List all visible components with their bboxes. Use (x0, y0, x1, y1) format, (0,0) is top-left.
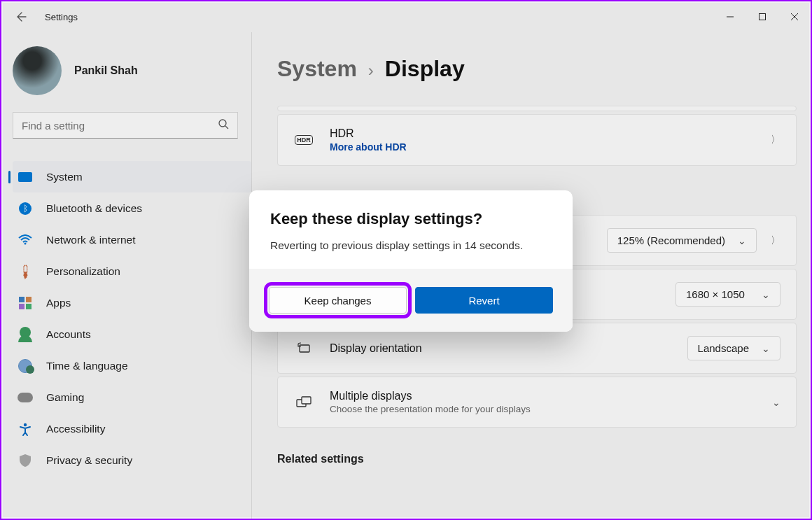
maximize-button[interactable] (746, 6, 778, 28)
search-icon (218, 118, 229, 132)
avatar (13, 46, 62, 95)
profile[interactable]: Pankil Shah (13, 46, 251, 112)
displays-icon (293, 396, 314, 409)
svg-rect-0 (760, 14, 766, 20)
chevron-down-icon: ⌄ (772, 397, 780, 408)
hdr-card[interactable]: HDR HDR More about HDR 〉 (277, 114, 797, 166)
nav-apps[interactable]: Apps (13, 287, 251, 318)
time-icon (17, 358, 34, 374)
keep-changes-button[interactable]: Keep changes (269, 287, 407, 314)
chevron-down-icon: ⌄ (762, 343, 770, 354)
breadcrumb: System › Display (277, 56, 797, 82)
hdr-title: HDR (330, 127, 771, 140)
svg-rect-6 (302, 397, 311, 404)
accounts-icon (17, 326, 34, 343)
multi-title: Multiple displays (330, 390, 772, 402)
dialog-message: Reverting to previous display settings i… (270, 239, 552, 252)
chevron-down-icon: ⌄ (738, 235, 746, 246)
minimize-button[interactable] (714, 6, 746, 28)
keep-settings-dialog: Keep these display settings? Reverting t… (249, 190, 573, 332)
bluetooth-icon: ᛒ (17, 200, 34, 217)
apps-icon (17, 295, 34, 311)
gaming-icon (17, 389, 34, 406)
breadcrumb-current: Display (385, 56, 465, 82)
hdr-icon: HDR (293, 135, 314, 145)
wifi-icon (17, 232, 34, 248)
nav-network[interactable]: Network & internet (13, 224, 251, 255)
svg-point-3 (24, 423, 27, 426)
titlebar: Settings (1, 1, 811, 32)
chevron-down-icon: ⌄ (762, 289, 770, 300)
nav-accessibility[interactable]: Accessibility (13, 413, 251, 444)
resolution-dropdown[interactable]: 1680 × 1050 ⌄ (676, 282, 780, 307)
nav: System ᛒBluetooth & devices Network & in… (13, 161, 251, 476)
multi-sub: Choose the presentation mode for your di… (330, 404, 772, 414)
search-input[interactable] (22, 120, 218, 132)
profile-name: Pankil Shah (74, 64, 138, 77)
multi-displays-card[interactable]: Multiple displays Choose the presentatio… (277, 377, 797, 428)
scale-dropdown[interactable]: 125% (Recommended) ⌄ (607, 228, 757, 253)
chevron-right-icon: 〉 (771, 234, 780, 247)
hdr-link[interactable]: More about HDR (330, 141, 771, 153)
back-button[interactable] (15, 10, 28, 23)
window-title: Settings (45, 12, 78, 22)
brush-icon: 🖌 (13, 260, 37, 283)
revert-button[interactable]: Revert (415, 287, 553, 314)
nav-personalization[interactable]: 🖌Personalization (13, 255, 251, 287)
orientation-icon (293, 342, 314, 355)
nav-accounts[interactable]: Accounts (13, 318, 251, 350)
svg-point-1 (219, 120, 226, 127)
chevron-right-icon: › (368, 61, 374, 80)
orientation-dropdown[interactable]: Landscape ⌄ (687, 336, 780, 360)
related-section-title: Related settings (277, 453, 797, 465)
orientation-title: Display orientation (330, 342, 687, 355)
nav-time[interactable]: Time & language (13, 350, 251, 381)
nav-bluetooth[interactable]: ᛒBluetooth & devices (13, 192, 251, 224)
nav-privacy[interactable]: Privacy & security (13, 444, 251, 476)
shield-icon (17, 452, 34, 469)
svg-rect-4 (300, 345, 309, 352)
nav-gaming[interactable]: Gaming (13, 381, 251, 413)
breadcrumb-parent[interactable]: System (277, 56, 357, 82)
nav-system[interactable]: System (13, 161, 251, 192)
dialog-title: Keep these display settings? (270, 210, 552, 228)
sidebar: Pankil Shah System ᛒBluetooth & devices … (1, 32, 252, 519)
search-box[interactable] (13, 112, 238, 139)
card-stub (277, 106, 797, 111)
system-icon (17, 169, 34, 185)
close-button[interactable] (778, 6, 811, 28)
accessibility-icon (17, 421, 34, 437)
svg-point-2 (24, 242, 27, 244)
chevron-right-icon: 〉 (771, 134, 780, 146)
